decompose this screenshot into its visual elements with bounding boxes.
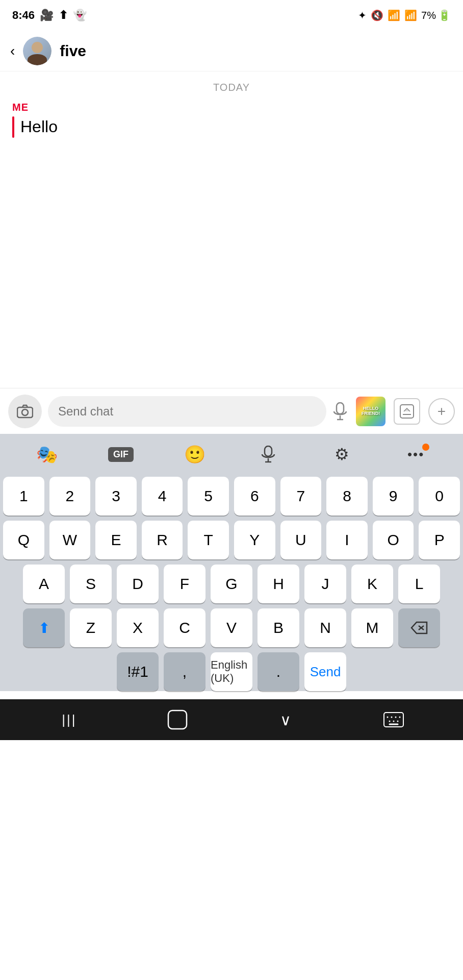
settings-icon: ⚙: [335, 445, 349, 464]
keyboard-toolbar: 🎭 GIF 🙂 ⚙ •••: [0, 434, 463, 475]
nav-down-button[interactable]: ∨: [270, 707, 301, 732]
space-key[interactable]: English (UK): [211, 652, 252, 691]
key-6[interactable]: 6: [234, 477, 275, 516]
message-bubble: Hello: [12, 116, 451, 138]
key-d[interactable]: D: [117, 565, 159, 603]
comma-label: ,: [183, 663, 187, 680]
key-k[interactable]: K: [351, 565, 393, 603]
zxcv-row: ⬆ Z X C V B N M: [0, 608, 463, 647]
comma-key[interactable]: ,: [164, 652, 205, 691]
nav-back-button[interactable]: |||: [54, 707, 85, 732]
gif-icon: GIF: [108, 447, 134, 462]
nav-keyboard-button[interactable]: [378, 707, 409, 732]
special-chars-label: !#1: [127, 663, 148, 680]
mic-icon: [332, 402, 348, 421]
signal-icon: 📶: [404, 9, 417, 21]
key-5[interactable]: 5: [188, 477, 229, 516]
gif-button[interactable]: GIF: [106, 442, 136, 467]
key-9[interactable]: 9: [373, 477, 414, 516]
message-sender-label: ME: [12, 102, 451, 113]
nav-down-icon: ∨: [280, 711, 291, 729]
wifi-icon: 📶: [388, 9, 400, 21]
avatar-image: [23, 37, 52, 65]
status-bar: 8:46 🎥 ⬆ 👻 ✦ 🔇 📶 📶 7% 🔋: [0, 0, 463, 31]
svg-rect-11: [168, 710, 187, 729]
bottom-row: !#1 , English (UK) . Send: [0, 652, 463, 691]
backspace-icon: [410, 621, 428, 634]
key-c[interactable]: C: [164, 608, 205, 647]
nav-home-icon: [166, 708, 189, 731]
key-w[interactable]: W: [49, 521, 91, 559]
send-label: Send: [310, 664, 341, 680]
snapchat-icon: 👻: [73, 9, 87, 22]
svg-rect-6: [265, 446, 272, 456]
key-i[interactable]: I: [326, 521, 368, 559]
chat-header: ‹ five: [0, 31, 463, 71]
key-4[interactable]: 4: [142, 477, 183, 516]
emoji-button[interactable]: 🙂: [179, 442, 210, 467]
key-r[interactable]: R: [142, 521, 183, 559]
key-j[interactable]: J: [304, 565, 346, 603]
key-1[interactable]: 1: [3, 477, 44, 516]
period-key[interactable]: .: [258, 652, 299, 691]
key-m[interactable]: M: [351, 608, 393, 647]
key-u[interactable]: U: [280, 521, 322, 559]
key-h[interactable]: H: [258, 565, 299, 603]
svg-rect-2: [337, 403, 344, 414]
send-key[interactable]: Send: [304, 652, 346, 691]
backspace-key[interactable]: [398, 608, 440, 647]
battery-display: 7% 🔋: [421, 9, 451, 21]
key-v[interactable]: V: [211, 608, 252, 647]
more-button[interactable]: •••: [401, 442, 431, 467]
battery-icon: 🔋: [438, 9, 451, 21]
key-o[interactable]: O: [373, 521, 414, 559]
key-q[interactable]: Q: [3, 521, 44, 559]
more-icon: •••: [407, 447, 424, 462]
key-f[interactable]: F: [164, 565, 205, 603]
key-y[interactable]: Y: [234, 521, 275, 559]
period-label: .: [276, 663, 280, 680]
sticker-toolbar-button[interactable]: 🎭: [32, 442, 62, 467]
contact-name[interactable]: five: [60, 42, 86, 60]
key-8[interactable]: 8: [326, 477, 368, 516]
sticker-button[interactable]: [394, 398, 420, 425]
nav-keyboard-icon: [383, 712, 404, 727]
back-button[interactable]: ‹: [10, 43, 15, 59]
key-n[interactable]: N: [304, 608, 346, 647]
key-t[interactable]: T: [188, 521, 229, 559]
key-l[interactable]: L: [398, 565, 440, 603]
key-e[interactable]: E: [95, 521, 137, 559]
microphone-button[interactable]: [332, 402, 348, 421]
nav-home-button[interactable]: [162, 707, 193, 732]
contact-avatar[interactable]: [23, 37, 52, 65]
key-g[interactable]: G: [211, 565, 252, 603]
shift-icon: ⬆: [38, 620, 50, 636]
shift-key[interactable]: ⬆: [23, 608, 65, 647]
upload-icon: ⬆: [59, 9, 68, 22]
add-button[interactable]: +: [428, 398, 455, 425]
status-icons: ✦ 🔇 📶 📶 7% 🔋: [358, 9, 451, 21]
key-7[interactable]: 7: [280, 477, 322, 516]
asdf-row: A S D F G H J K L: [0, 565, 463, 603]
message-group: ME Hello: [0, 102, 463, 146]
key-0[interactable]: 0: [419, 477, 460, 516]
camera-icon: [17, 404, 33, 419]
settings-button[interactable]: ⚙: [327, 442, 357, 467]
key-b[interactable]: B: [258, 608, 299, 647]
number-row: 1 2 3 4 5 6 7 8 9 0: [0, 477, 463, 516]
hello-friend-button[interactable]: HELLOFRIEND!: [356, 397, 385, 426]
status-time: 8:46 🎥 ⬆ 👻: [12, 9, 87, 22]
key-3[interactable]: 3: [95, 477, 137, 516]
key-z[interactable]: Z: [70, 608, 112, 647]
special-chars-key[interactable]: !#1: [117, 652, 159, 691]
key-p[interactable]: P: [419, 521, 460, 559]
camera-button[interactable]: [8, 395, 42, 428]
key-a[interactable]: A: [23, 565, 65, 603]
key-s[interactable]: S: [70, 565, 112, 603]
mic-toolbar-button[interactable]: [253, 442, 284, 467]
key-x[interactable]: X: [117, 608, 159, 647]
mute-icon: 🔇: [371, 9, 383, 21]
bluetooth-icon: ✦: [358, 9, 367, 21]
key-2[interactable]: 2: [49, 477, 91, 516]
message-input[interactable]: [48, 396, 326, 427]
